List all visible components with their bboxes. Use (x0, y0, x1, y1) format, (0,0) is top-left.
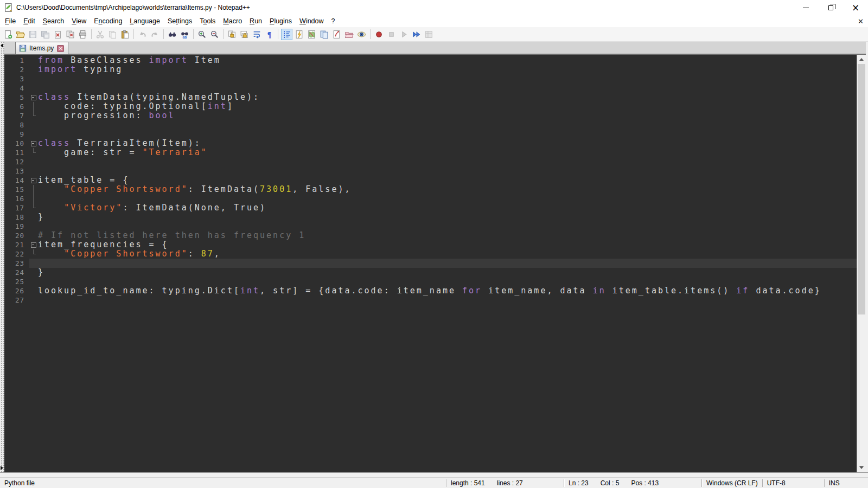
code-line-7[interactable]: 7 progression: bool (4, 111, 857, 120)
code-text[interactable]: } (38, 213, 857, 222)
toolbar-button-macro-run-multiple[interactable] (411, 29, 422, 40)
toolbar-button-document-list[interactable] (318, 29, 330, 40)
code-text[interactable] (38, 194, 857, 203)
toolbar-button-indent-guide[interactable] (281, 29, 292, 40)
code-text[interactable]: item_table = { (38, 176, 857, 185)
status-eol-format[interactable]: Windows (CR LF) (702, 478, 762, 488)
toolbar-button-redo[interactable] (149, 29, 161, 40)
code-text[interactable] (38, 166, 857, 176)
status-insert-mode[interactable]: INS (825, 478, 868, 488)
toolbar-button-find[interactable] (167, 29, 178, 40)
left-dock-splitter[interactable] (0, 42, 4, 472)
toolbar-button-replace[interactable]: ab (179, 29, 190, 40)
code-line-10[interactable]: 10class TerrariaItem(Item): (4, 139, 857, 148)
menu-item-macro[interactable]: Macro (219, 16, 246, 26)
scroll-down-button[interactable] (857, 463, 866, 472)
code-line-14[interactable]: 14item_table = { (4, 176, 857, 185)
code-text[interactable] (38, 259, 857, 268)
toolbar-button-zoom-in[interactable] (196, 29, 208, 40)
code-text[interactable]: code: typing.Optional[int] (38, 102, 857, 111)
code-text[interactable]: from BaseClasses import Item (38, 56, 857, 65)
code-text[interactable]: import typing (38, 65, 857, 74)
code-text[interactable] (38, 296, 857, 305)
restore-button[interactable] (818, 0, 843, 15)
code-text[interactable] (38, 130, 857, 139)
menu-item-search[interactable]: Search (39, 16, 68, 26)
toolbar-button-new-file[interactable] (2, 29, 14, 40)
fold-marker-box[interactable] (29, 176, 38, 185)
code-line-19[interactable]: 19 (4, 222, 857, 231)
scrollbar-thumb[interactable] (858, 64, 865, 314)
close-button[interactable]: × (843, 0, 868, 15)
toolbar-button-save[interactable] (27, 29, 39, 40)
tab-items-py[interactable]: Items.py ✕ (15, 42, 68, 54)
menu-item-view[interactable]: View (68, 16, 90, 26)
toolbar-button-paste[interactable] (119, 29, 131, 40)
scrollbar-track[interactable] (857, 64, 866, 463)
code-line-4[interactable]: 4 (4, 84, 857, 93)
code-line-21[interactable]: 21item_frequencies = { (4, 240, 857, 249)
code-line-8[interactable]: 8 (4, 120, 857, 130)
toolbar-button-word-wrap[interactable] (251, 29, 263, 40)
code-line-22[interactable]: 22 "Copper Shortsword": 87, (4, 249, 857, 259)
editor[interactable]: 1from BaseClasses import Item2import typ… (4, 55, 857, 472)
code-text[interactable]: "Copper Shortsword": ItemData(73001, Fal… (38, 185, 857, 194)
code-text[interactable]: # If not listed here then has frequency … (38, 231, 857, 240)
code-line-13[interactable]: 13 (4, 166, 857, 176)
toolbar-button-undo[interactable] (137, 29, 148, 40)
vertical-scrollbar[interactable] (857, 55, 866, 472)
minimize-button[interactable] (793, 0, 818, 15)
menu-item-window[interactable]: Window (296, 16, 327, 26)
menu-item-edit[interactable]: Edit (20, 16, 39, 26)
toolbar-button-document-map[interactable] (306, 29, 317, 40)
code-line-25[interactable]: 25 (4, 277, 857, 286)
code-text[interactable]: class TerrariaItem(Item): (38, 139, 857, 148)
toolbar-button-macro-save[interactable] (423, 29, 435, 40)
fold-marker-box[interactable] (29, 93, 38, 102)
menu-item-encoding[interactable]: Encoding (90, 16, 126, 26)
code-line-26[interactable]: 26lookup_id_to_name: typing.Dict[int, st… (4, 286, 857, 296)
toolbar-button-macro-record[interactable] (373, 29, 385, 40)
code-line-16[interactable]: 16 (4, 194, 857, 203)
dock-expand-right-icon[interactable] (1, 466, 3, 470)
code-text[interactable]: lookup_id_to_name: typing.Dict[int, str]… (38, 286, 857, 296)
code-text[interactable]: class ItemData(typing.NamedTuple): (38, 93, 857, 102)
toolbar-button-cut[interactable] (94, 29, 106, 40)
code-text[interactable]: progression: bool (38, 111, 857, 120)
toolbar-button-print[interactable] (77, 29, 88, 40)
menu-item-language[interactable]: Language (126, 16, 164, 26)
toolbar-button-copy[interactable] (107, 29, 118, 40)
code-line-20[interactable]: 20# If not listed here then has frequenc… (4, 231, 857, 240)
menu-item-run[interactable]: Run (246, 16, 266, 26)
code-text[interactable] (38, 222, 857, 231)
toolbar-button-zoom-out[interactable] (209, 29, 220, 40)
code-line-1[interactable]: 1from BaseClasses import Item (4, 56, 857, 65)
menu-item-file[interactable]: File (1, 16, 20, 26)
code-line-6[interactable]: 6 code: typing.Optional[int] (4, 102, 857, 111)
menu-item-tools[interactable]: Tools (196, 16, 219, 26)
tab-close-icon[interactable]: ✕ (57, 45, 64, 52)
toolbar-button-show-all-characters[interactable]: ¶ (264, 29, 275, 40)
toolbar-button-function-list[interactable] (293, 29, 305, 40)
toolbar-button-close-all[interactable] (65, 29, 76, 40)
code-line-24[interactable]: 24} (4, 268, 857, 277)
code-text[interactable]: item_frequencies = { (38, 240, 857, 249)
menu-item-plugins[interactable]: Plugins (266, 16, 296, 26)
toolbar-button-macro-stop[interactable] (386, 29, 397, 40)
code-text[interactable] (38, 277, 857, 286)
code-text[interactable] (38, 157, 857, 166)
dock-collapse-left-icon[interactable] (1, 43, 3, 48)
code-text[interactable] (38, 84, 857, 93)
code-line-15[interactable]: 15 "Copper Shortsword": ItemData(73001, … (4, 185, 857, 194)
code-line-12[interactable]: 12 (4, 157, 857, 166)
code-line-2[interactable]: 2import typing (4, 65, 857, 74)
toolbar-button-save-all[interactable] (40, 29, 51, 40)
code-line-5[interactable]: 5class ItemData(typing.NamedTuple): (4, 93, 857, 102)
code-text[interactable] (38, 120, 857, 130)
code-line-18[interactable]: 18} (4, 213, 857, 222)
status-encoding[interactable]: UTF-8 (763, 478, 824, 488)
menu-item-help[interactable]: ? (328, 16, 339, 26)
code-text[interactable]: game: str = "Terraria" (38, 148, 857, 157)
toolbar-button-monitor-script[interactable] (331, 29, 342, 40)
code-text[interactable]: } (38, 268, 857, 277)
